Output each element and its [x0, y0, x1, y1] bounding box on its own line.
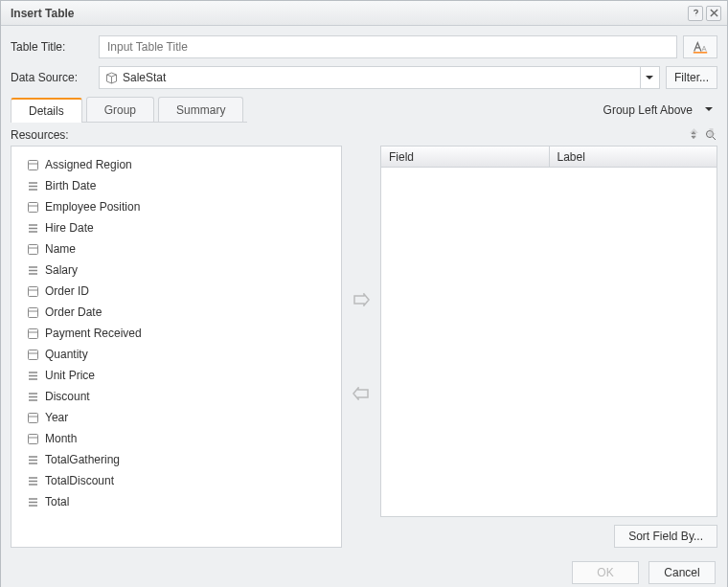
resource-item[interactable]: Year — [19, 407, 333, 428]
tab-group[interactable]: Group — [86, 97, 154, 122]
resource-item[interactable]: Assigned Region — [19, 154, 333, 175]
move-up-button[interactable] — [687, 126, 700, 140]
svg-rect-6 — [29, 328, 38, 338]
resource-label: Unit Price — [45, 369, 95, 382]
help-button[interactable] — [688, 6, 703, 21]
font-button[interactable] — [683, 35, 717, 58]
column-header-label[interactable]: Label — [550, 147, 717, 167]
resource-item[interactable]: Salary — [19, 260, 333, 281]
resource-item[interactable]: TotalGathering — [19, 449, 333, 470]
titlebar: Insert Table — [1, 1, 727, 26]
resource-label: Payment Received — [45, 327, 142, 340]
svg-rect-5 — [29, 307, 38, 317]
insert-table-dialog: Insert Table Table Title: Data Source: S… — [0, 0, 728, 587]
resource-label: Hire Date — [45, 221, 94, 235]
resource-label: Salary — [45, 263, 78, 277]
svg-rect-8 — [29, 413, 38, 422]
resource-label: Birth Date — [45, 179, 96, 192]
close-button[interactable] — [706, 6, 721, 21]
add-field-button[interactable] — [351, 291, 372, 308]
tab-summary[interactable]: Summary — [158, 97, 243, 122]
svg-rect-7 — [29, 350, 38, 359]
resource-label: Order ID — [45, 284, 89, 298]
resource-item[interactable]: Order ID — [19, 281, 333, 302]
resource-label: Assigned Region — [45, 158, 132, 171]
filter-button[interactable]: Filter... — [666, 66, 717, 89]
move-down-button[interactable] — [704, 126, 717, 140]
table-title-input[interactable] — [99, 35, 677, 58]
data-source-label: Data Source: — [11, 71, 99, 84]
group-position-dropdown[interactable] — [700, 102, 717, 119]
group-position-label: Group Left Above — [603, 103, 700, 117]
resource-label: TotalGathering — [45, 453, 120, 466]
data-source-dropdown[interactable]: SaleStat — [99, 66, 660, 89]
dialog-title: Insert Table — [11, 7, 74, 20]
svg-rect-4 — [29, 286, 38, 296]
tab-details[interactable]: Details — [11, 98, 82, 123]
resource-item[interactable]: TotalDiscount — [19, 470, 333, 491]
ok-button[interactable]: OK — [572, 561, 639, 584]
svg-rect-9 — [29, 434, 38, 443]
svg-rect-1 — [29, 160, 38, 169]
tabs: DetailsGroupSummary — [11, 97, 247, 123]
database-icon — [105, 72, 118, 84]
resource-label: Month — [45, 432, 77, 445]
resource-label: Total — [45, 495, 69, 508]
sort-field-by-button[interactable]: Sort Field By... — [614, 525, 717, 548]
grid-body — [381, 168, 717, 516]
resource-item[interactable]: Total — [19, 491, 333, 512]
resource-label: Quantity — [45, 348, 88, 361]
svg-rect-3 — [29, 244, 38, 254]
resource-item[interactable]: Quantity — [19, 344, 333, 365]
data-source-value: SaleStat — [123, 71, 640, 84]
resource-item[interactable]: Discount — [19, 386, 333, 407]
resource-label: Year — [45, 411, 68, 424]
resource-label: Discount — [45, 390, 90, 403]
resource-item[interactable]: Payment Received — [19, 323, 333, 344]
resources-label: Resources: — [11, 128, 69, 142]
resources-list[interactable]: Assigned RegionBirth DateEmployee Positi… — [11, 146, 342, 548]
selected-fields-grid[interactable]: FieldLabel — [380, 146, 717, 517]
resource-label: Employee Position — [45, 200, 140, 214]
resource-item[interactable]: Birth Date — [19, 175, 333, 196]
resource-item[interactable]: Month — [19, 428, 333, 449]
resource-item[interactable]: Employee Position — [19, 196, 333, 217]
chevron-down-icon — [640, 67, 659, 88]
remove-field-button[interactable] — [351, 385, 372, 402]
resource-label: Name — [45, 242, 76, 256]
table-title-label: Table Title: — [11, 40, 99, 54]
resource-item[interactable]: Name — [19, 238, 333, 260]
resource-item[interactable]: Order Date — [19, 302, 333, 323]
cancel-button[interactable]: Cancel — [648, 561, 716, 584]
resource-label: TotalDiscount — [45, 474, 114, 487]
column-header-field[interactable]: Field — [381, 147, 550, 167]
resource-label: Order Date — [45, 305, 102, 319]
resource-item[interactable]: Unit Price — [19, 365, 333, 386]
resource-item[interactable]: Hire Date — [19, 217, 333, 238]
svg-rect-2 — [29, 202, 38, 212]
